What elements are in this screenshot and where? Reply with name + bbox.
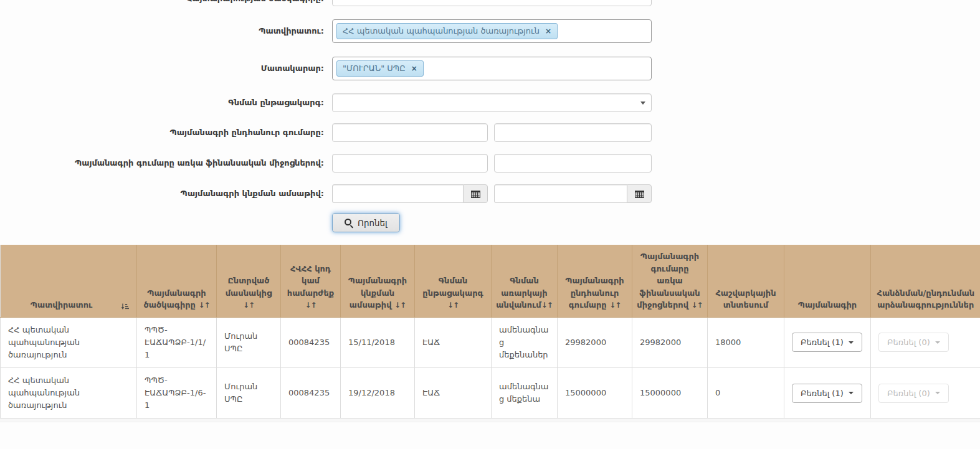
col-header-selected-participant[interactable]: Ընտրված մասնակից ↓↑ [217, 245, 281, 317]
cell-amount-available: 29982000 [632, 317, 708, 367]
supplier-tag-remove-icon[interactable]: × [411, 64, 417, 73]
supplier-multiselect[interactable]: "ՄՈՒՐԱՆ" ՍՊԸ × [332, 57, 652, 80]
calendar-icon [471, 190, 480, 198]
calendar-icon [635, 190, 644, 198]
customer-tag-label: ՀՀ պետական պահպանության ծառայություն [343, 26, 540, 36]
download-contract-button[interactable]: Բեռնել (1) [792, 333, 862, 352]
cell-procedure: ԷԱՃ [415, 317, 492, 367]
col-header-tin[interactable]: ՀՎՀՀ կոդ կամ համարժեք ↓↑ [281, 245, 341, 317]
customer-tag-remove-icon[interactable]: × [545, 27, 551, 36]
search-form: Հայտարարության ծածկագիրը: Պատվիրատու: ՀՀ… [0, 0, 980, 232]
form-row-amount-available: Պայմանագրի գումարը առկա ֆինանսական միջոց… [0, 154, 980, 173]
signing-date-to-group [494, 184, 652, 203]
results-table: Պատվիրատու Պայմանագրի ծածկագիրը ↓↑ [0, 245, 980, 419]
contracts-search-page: Հայտարարության ծածկագիրը: Պատվիրատու: ՀՀ… [0, 0, 980, 449]
sort-icon: ↓↑ [541, 301, 553, 310]
cell-contract-code: ՊՊԾ-ԷԱՃԱՊՁԲ-1/6-1 [137, 367, 217, 418]
cell-estimated-savings: 18000 [708, 317, 784, 367]
cell-procedure: ԷԱՃ [415, 367, 492, 418]
form-row-supplier: Մատակարար: "ՄՈՒՐԱՆ" ՍՊԸ × [0, 57, 980, 80]
cell-subject-name: ամենագնաց մեքենա [492, 367, 558, 418]
signing-date-from-group [332, 184, 488, 203]
signing-date-label: Պայմանագրի կնքման ամսաթիվ: [0, 189, 332, 199]
form-row-announcement-code: Հայտարարության ծածկագիրը: [0, 0, 980, 6]
col-header-total-amount[interactable]: Պայմանագրի ընդհանուր գումարը ↓↑ [558, 245, 632, 317]
form-row-search: Որոնել [0, 213, 980, 232]
procedure-select-value [332, 93, 652, 112]
announcement-code-input[interactable] [332, 0, 652, 6]
cell-tin: 00084235 [281, 317, 341, 367]
supplier-tag: "ՄՈՒՐԱՆ" ՍՊԸ × [336, 60, 424, 77]
col-header-acceptance-protocols: Հանձնման/ընդունման արձանագրություններ [871, 245, 980, 317]
cell-contract-code: ՊՊԾ-ԷԱՃԱՊՁԲ-1/1/1 [137, 317, 217, 367]
col-header-contract-code[interactable]: Պայմանագրի ծածկագիրը ↓↑ [137, 245, 217, 317]
table-header-row: Պատվիրատու Պայմանագրի ծածկագիրը ↓↑ [1, 245, 980, 317]
table-row: ՀՀ պետական պահպանության ծառայություն ՊՊԾ… [1, 317, 980, 367]
supplier-label: Մատակարար: [0, 64, 332, 73]
caret-down-icon [935, 341, 940, 344]
amount-available-label: Պայմանագրի գումարը առկա ֆինանսական միջոց… [0, 158, 332, 168]
search-icon [345, 219, 353, 227]
results-table-wrap: Պատվիրատու Պայմանագրի ծածկագիրը ↓↑ [0, 245, 980, 422]
customer-tag: ՀՀ պետական պահպանության ծառայություն × [336, 23, 558, 39]
cell-subject-name: ամենագնաց մեքենաներ [492, 317, 558, 367]
form-row-signing-date: Պայմանագրի կնքման ամսաթիվ: [0, 184, 980, 203]
col-header-customer[interactable]: Պատվիրատու [1, 245, 137, 317]
customer-label: Պատվիրատու: [0, 26, 332, 36]
table-row: ՀՀ պետական պահպանության ծառայություն ՊՊԾ… [1, 367, 980, 418]
search-button[interactable]: Որոնել [332, 213, 400, 232]
amount-available-from-input[interactable] [332, 154, 488, 173]
cell-amount-available: 15000000 [632, 367, 708, 418]
col-header-estimated-savings: Հաշվարկային տնտեսում [708, 245, 784, 317]
sort-icon: ↓↑ [447, 301, 459, 310]
search-button-label: Որոնել [358, 218, 388, 228]
col-header-amount-available[interactable]: Պայմանագրի գումարը առկա ֆինանսական միջոց… [632, 245, 708, 317]
signing-date-from-calendar-button[interactable] [463, 184, 488, 203]
cell-estimated-savings: 0 [708, 367, 784, 418]
procedure-label: Գնման ընթացակարգ: [0, 98, 332, 108]
signing-date-to-calendar-button[interactable] [627, 184, 652, 203]
cell-customer: ՀՀ պետական պահպանության ծառայություն [1, 367, 137, 418]
cell-total-amount: 15000000 [558, 367, 632, 418]
procedure-select[interactable] [332, 93, 652, 112]
cell-tin: 00084235 [281, 367, 341, 418]
amount-available-to-input[interactable] [494, 154, 652, 173]
chevron-down-icon [640, 102, 645, 105]
total-amount-to-input[interactable] [494, 123, 652, 142]
sort-icon: ↓↑ [394, 301, 406, 310]
cell-selected-participant: Մուրան ՍՊԸ [217, 317, 281, 367]
cell-signing-date: 15/11/2018 [341, 317, 415, 367]
cell-signing-date: 19/12/2018 [341, 367, 415, 418]
cell-total-amount: 29982000 [558, 317, 632, 367]
col-header-procedure[interactable]: Գնման ընթացակարգ ↓↑ [415, 245, 492, 317]
sort-icon: ↓↑ [609, 301, 621, 310]
sort-icon: ↓↑ [198, 301, 209, 310]
col-header-subject-name[interactable]: Գնման առարկայի անվանում↓↑ [492, 245, 558, 317]
sort-icon: ↓↑ [692, 301, 703, 310]
col-header-contract: Պայմանագիր [784, 245, 871, 317]
total-amount-label: Պայմանագրի ընդհանուր գումարը: [0, 128, 332, 138]
caret-down-icon [849, 392, 854, 394]
sort-icon: ↓↑ [243, 301, 254, 310]
sort-amount-asc-icon [121, 303, 129, 310]
caret-down-icon [935, 392, 940, 394]
download-protocols-button: Բեռնել (0) [878, 384, 949, 403]
table-footer-strip [0, 419, 980, 422]
cell-customer: ՀՀ պետական պահպանության ծառայություն [1, 317, 137, 367]
download-contract-button[interactable]: Բեռնել (1) [792, 384, 862, 403]
cell-selected-participant: Մուրան ՍՊԸ [217, 367, 281, 418]
download-protocols-button: Բեռնել (0) [878, 333, 949, 352]
announcement-code-label: Հայտարարության ծածկագիրը: [0, 0, 332, 6]
sort-icon: ↓↑ [305, 301, 316, 310]
supplier-tag-label: "ՄՈՒՐԱՆ" ՍՊԸ [343, 64, 406, 73]
caret-down-icon [849, 341, 854, 344]
signing-date-from-input[interactable] [332, 184, 463, 203]
col-header-signing-date[interactable]: Պայմանագրի կնքման ամսաթիվ ↓↑ [341, 245, 415, 317]
form-row-procedure: Գնման ընթացակարգ: [0, 93, 980, 112]
customer-multiselect[interactable]: ՀՀ պետական պահպանության ծառայություն × [332, 19, 652, 43]
form-row-total-amount: Պայմանագրի ընդհանուր գումարը: [0, 123, 980, 142]
signing-date-to-input[interactable] [494, 184, 627, 203]
total-amount-from-input[interactable] [332, 123, 488, 142]
form-row-customer: Պատվիրատու: ՀՀ պետական պահպանության ծառա… [0, 19, 980, 43]
